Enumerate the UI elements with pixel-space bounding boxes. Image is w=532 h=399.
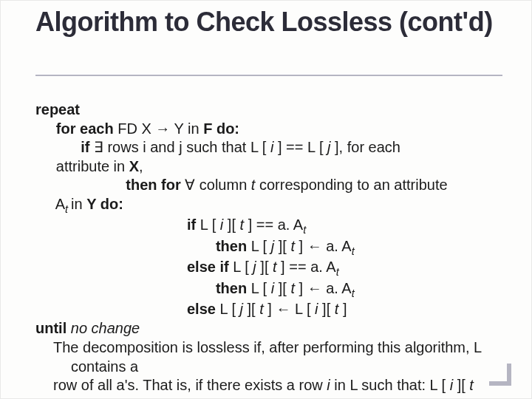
sym-F: F [203,120,212,137]
txt: attribute in [56,158,129,174]
txt: ] == L [ [273,139,327,155]
txt: ] == a. [277,259,327,275]
txt: The decomposition is lossless if, after … [53,339,482,375]
txt: L [ [247,280,271,296]
txt: ] [338,301,347,317]
conclusion-text: The decomposition is lossless if, after … [35,338,510,395]
kw-do: do: [96,196,123,212]
txt: ] [295,238,307,254]
var-t-sub: t [352,245,355,257]
arrow-left-icon: ← [276,301,290,317]
arrow-left-icon: ← [307,238,322,254]
txt: ][ [256,259,273,275]
txt: in [71,196,86,212]
kw-do: do: [212,120,239,137]
txt: ] == a. [244,216,293,233]
sym-A: A [326,259,335,275]
txt: ] [295,280,307,296]
sym-A: A [293,216,303,233]
txt: ][ [243,301,259,317]
var-t-sub: t [65,203,71,215]
txt: in L such that: L [ [330,377,450,393]
kw-foreach: for each [56,120,114,137]
txt: ][ [274,280,290,296]
var-t: t [469,377,474,393]
kw-then: then [216,238,247,254]
corner-decoration-icon [489,364,511,386]
kw-if: if [187,216,196,233]
arrow-right-icon: → [155,120,170,137]
inner-block: if L [ i ][ t ] == a. At then L [ j ][ t… [187,216,505,318]
txt: ][ [453,377,469,393]
txt: ], for each [331,139,401,155]
var-t-sub: t [352,287,355,299]
kw-elseif: else if [187,259,229,275]
arrow-left-icon: ← [307,280,322,296]
slide: Algorithm to Check Lossless (cont'd) rep… [0,0,532,399]
kw-if: if [81,139,94,155]
txt: Y in [170,120,203,137]
txt: L [ [196,216,220,233]
txt: L [ [290,301,315,317]
txt: a. [322,280,342,296]
txt: ][ [223,216,239,233]
algorithm-body: repeat for each FD X → Y in F do: if ∃ r… [35,100,505,338]
slide-title: Algorithm to Check Lossless (cont'd) [35,7,508,37]
txt: column [195,177,251,193]
txt: FD X [114,120,156,137]
txt: ][ [274,238,290,254]
exists-icon: ∃ [94,139,103,155]
kw-repeat: repeat [35,101,80,117]
sym-Y: Y [86,196,96,212]
sym-A: A [341,238,351,254]
txt: L [ [229,259,253,275]
txt: L [ [216,301,240,317]
sym-A: A [55,196,65,212]
title-underline [35,74,502,76]
kw-until: until [35,320,66,336]
txt: corresponding to an attribute [255,177,447,193]
txt: ][ [318,301,335,317]
txt: , [139,158,143,174]
txt-nochange: no change [66,320,140,336]
txt: row of all a's. That is, if there exists… [53,377,327,393]
sym-X: X [129,158,139,174]
txt: ] [264,301,276,317]
txt: rows i and j such that L [ [103,139,270,155]
var-t-sub: t [303,224,306,236]
sym-A: A [341,280,351,296]
forall-icon: ∀ [185,177,195,193]
kw-else: else [187,301,216,317]
kw-then: then for [126,177,185,193]
txt: a. [322,238,342,254]
var-t-sub: t [336,266,339,278]
kw-then: then [216,280,247,296]
txt: L [ [247,238,271,254]
